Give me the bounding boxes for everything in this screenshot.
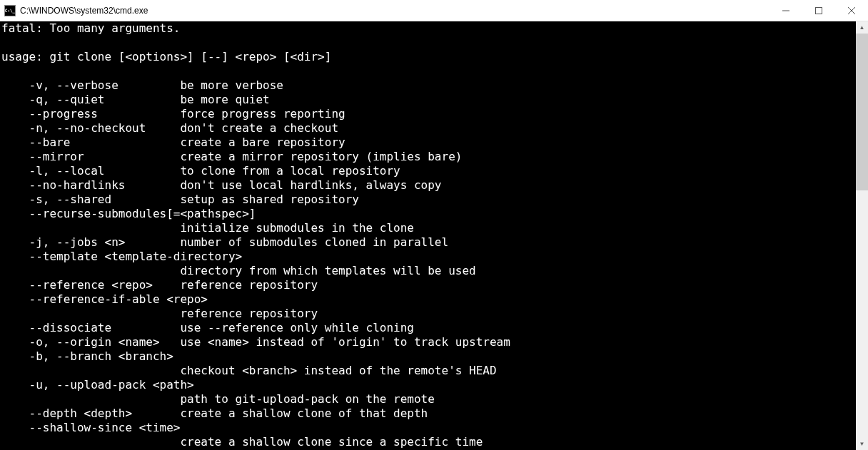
window-controls [769,0,868,21]
terminal-output[interactable]: fatal: Too many arguments. usage: git cl… [0,21,856,450]
maximize-button[interactable] [802,0,835,21]
scrollbar-track[interactable] [856,34,868,438]
window-title: C:\WINDOWS\system32\cmd.exe [20,6,769,16]
scrollbar-thumb[interactable] [856,34,868,190]
titlebar: C:\WINDOWS\system32\cmd.exe [0,0,868,21]
cmd-icon [4,5,16,16]
svg-rect-0 [816,7,822,14]
content-area: fatal: Too many arguments. usage: git cl… [0,21,868,450]
vertical-scrollbar[interactable]: ▲ ▼ [856,21,868,450]
minimize-button[interactable] [769,0,802,21]
scroll-up-arrow-icon[interactable]: ▲ [856,21,868,34]
scroll-down-arrow-icon[interactable]: ▼ [856,438,868,450]
close-button[interactable] [835,0,868,21]
